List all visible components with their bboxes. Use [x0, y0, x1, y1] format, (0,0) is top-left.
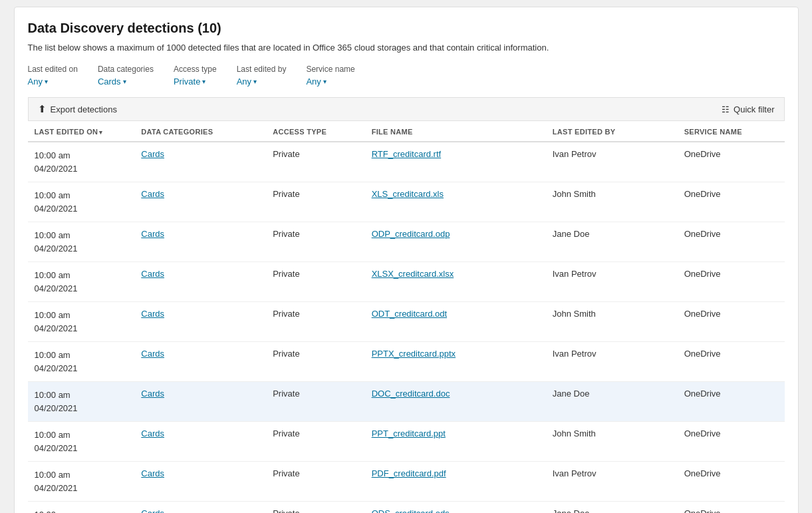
filename-link[interactable]: PPT_creditcard.ppt: [372, 428, 446, 438]
cell-last-edited-by: Ivan Petrov: [546, 462, 678, 502]
cell-service-name: OneDrive: [678, 382, 785, 422]
cell-access-type: Private: [266, 182, 364, 222]
cell-access-type: Private: [266, 262, 364, 302]
cell-filename[interactable]: ODP_creditcard.odp: [365, 222, 546, 262]
cell-date: 10:00 am04/20/2021: [28, 182, 135, 222]
filter-select-filter-last-edited-by[interactable]: Any▾: [237, 77, 287, 86]
category-link[interactable]: Cards: [141, 428, 164, 438]
cell-access-type: Private: [266, 302, 364, 342]
cell-category[interactable]: Cards: [134, 462, 266, 502]
filename-link[interactable]: XLSX_creditcard.xlsx: [372, 269, 454, 279]
quick-filter-icon: ☷: [722, 104, 730, 114]
cell-filename[interactable]: ODS_creditcard.ods: [365, 502, 546, 514]
filename-link[interactable]: PDF_creditcard.pdf: [372, 468, 446, 478]
filename-link[interactable]: RTF_creditcard.rtf: [372, 149, 442, 159]
category-link[interactable]: Cards: [141, 229, 164, 239]
filename-link[interactable]: ODP_creditcard.odp: [372, 229, 450, 239]
export-label: Export detections: [51, 104, 117, 114]
table-row[interactable]: 10:00 am04/20/2021CardsPrivateODP_credit…: [28, 222, 785, 262]
cell-service-name: OneDrive: [678, 262, 785, 302]
filter-select-filter-access-type[interactable]: Private▾: [174, 77, 217, 86]
cell-last-edited-by: Ivan Petrov: [546, 262, 678, 302]
table-row[interactable]: 10:00 am04/20/2021CardsPrivateXLSX_credi…: [28, 262, 785, 302]
cell-date: 10:00 am04/20/2021: [28, 502, 135, 514]
sort-icon: ▾: [99, 129, 102, 136]
filename-link[interactable]: XLS_creditcard.xls: [372, 189, 444, 199]
table-row[interactable]: 10:00 am04/20/2021CardsPrivateODT_credit…: [28, 302, 785, 342]
toolbar: ⬆ Export detections ☷ Quick filter: [28, 97, 785, 121]
cell-category[interactable]: Cards: [134, 262, 266, 302]
category-link[interactable]: Cards: [141, 468, 164, 478]
filename-link[interactable]: ODT_creditcard.odt: [372, 309, 447, 319]
category-link[interactable]: Cards: [141, 309, 164, 319]
cell-date: 10:00 am04/20/2021: [28, 342, 135, 382]
cell-last-edited-by: John Smith: [546, 302, 678, 342]
export-button[interactable]: ⬆ Export detections: [38, 103, 117, 115]
cell-last-edited-by: Ivan Petrov: [546, 142, 678, 182]
cell-service-name: OneDrive: [678, 422, 785, 462]
quick-filter-label: Quick filter: [734, 104, 774, 114]
cell-access-type: Private: [266, 462, 364, 502]
cell-date: 10:00 am04/20/2021: [28, 142, 135, 182]
cell-filename[interactable]: XLSX_creditcard.xlsx: [365, 262, 546, 302]
cell-category[interactable]: Cards: [134, 182, 266, 222]
cell-service-name: OneDrive: [678, 462, 785, 502]
cell-access-type: Private: [266, 342, 364, 382]
filter-value-filter-service-name: Any: [306, 77, 321, 86]
category-link[interactable]: Cards: [141, 389, 164, 399]
cell-date: 10:00 am04/20/2021: [28, 262, 135, 302]
table-row[interactable]: 10:00 am04/20/2021CardsPrivatePPT_credit…: [28, 422, 785, 462]
filename-link[interactable]: DOC_creditcard.doc: [372, 389, 450, 399]
cell-service-name: OneDrive: [678, 222, 785, 262]
cell-category[interactable]: Cards: [134, 222, 266, 262]
page-title: Data Discovery detections (10): [28, 21, 785, 36]
category-link[interactable]: Cards: [141, 149, 164, 159]
filter-value-filter-access-type: Private: [174, 77, 200, 86]
cell-filename[interactable]: RTF_creditcard.rtf: [365, 142, 546, 182]
export-icon: ⬆: [38, 103, 47, 115]
cell-category[interactable]: Cards: [134, 382, 266, 422]
main-container: Data Discovery detections (10) The list …: [14, 7, 799, 513]
table-row[interactable]: 10:00 am04/20/2021CardsPrivatePDF_credit…: [28, 462, 785, 502]
table-row[interactable]: 10:00 am04/20/2021CardsPrivateDOC_credit…: [28, 382, 785, 422]
cell-category[interactable]: Cards: [134, 142, 266, 182]
cell-category[interactable]: Cards: [134, 422, 266, 462]
category-link[interactable]: Cards: [141, 349, 164, 359]
filter-group-filter-service-name: Service nameAny▾: [306, 65, 354, 86]
quick-filter-button[interactable]: ☷ Quick filter: [722, 104, 774, 114]
cell-service-name: OneDrive: [678, 502, 785, 514]
table-row[interactable]: 10:00 am04/20/2021CardsPrivateXLS_credit…: [28, 182, 785, 222]
category-link[interactable]: Cards: [141, 189, 164, 199]
cell-filename[interactable]: ODT_creditcard.odt: [365, 302, 546, 342]
cell-category[interactable]: Cards: [134, 342, 266, 382]
cell-category[interactable]: Cards: [134, 302, 266, 342]
filter-select-filter-data-categories[interactable]: Cards▾: [98, 77, 154, 86]
filter-select-filter-last-edited-on[interactable]: Any▾: [28, 77, 78, 86]
cell-date: 10:00 am04/20/2021: [28, 422, 135, 462]
cell-date: 10:00 am04/20/2021: [28, 462, 135, 502]
chevron-down-icon: ▾: [202, 78, 205, 85]
table-row[interactable]: 10:00 am04/20/2021CardsPrivateODS_credit…: [28, 502, 785, 514]
filename-link[interactable]: ODS_creditcard.ods: [372, 508, 450, 513]
category-link[interactable]: Cards: [141, 508, 164, 513]
cell-access-type: Private: [266, 422, 364, 462]
table-header: LAST EDITED ON▾Data categoriesAccess typ…: [28, 121, 785, 142]
cell-filename[interactable]: PDF_creditcard.pdf: [365, 462, 546, 502]
filename-link[interactable]: PPTX_creditcard.pptx: [372, 349, 456, 359]
filter-select-filter-service-name[interactable]: Any▾: [306, 77, 354, 86]
col-header-last_edited_on[interactable]: LAST EDITED ON▾: [28, 121, 135, 142]
cell-access-type: Private: [266, 502, 364, 514]
category-link[interactable]: Cards: [141, 269, 164, 279]
table-row[interactable]: 10:00 am04/20/2021CardsPrivateRTF_credit…: [28, 142, 785, 182]
col-header-data_categories: Data categories: [134, 121, 266, 142]
cell-filename[interactable]: XLS_creditcard.xls: [365, 182, 546, 222]
cell-filename[interactable]: DOC_creditcard.doc: [365, 382, 546, 422]
cell-date: 10:00 am04/20/2021: [28, 382, 135, 422]
table-body: 10:00 am04/20/2021CardsPrivateRTF_credit…: [28, 142, 785, 513]
cell-filename[interactable]: PPTX_creditcard.pptx: [365, 342, 546, 382]
cell-last-edited-by: Jane Doe: [546, 502, 678, 514]
cell-filename[interactable]: PPT_creditcard.ppt: [365, 422, 546, 462]
cell-category[interactable]: Cards: [134, 502, 266, 514]
table-row[interactable]: 10:00 am04/20/2021CardsPrivatePPTX_credi…: [28, 342, 785, 382]
col-header-file_name: File name: [365, 121, 546, 142]
